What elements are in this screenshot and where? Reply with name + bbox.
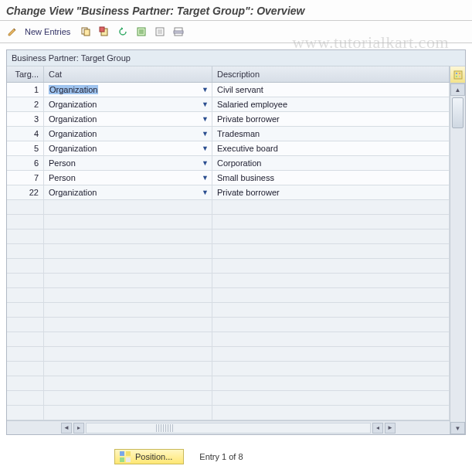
svg-rect-10 — [459, 73, 460, 74]
cell-desc[interactable]: Executive board — [212, 141, 450, 155]
hscroll-drag-handle[interactable] — [156, 424, 173, 432]
cell-targ[interactable]: 1 — [7, 83, 44, 97]
position-button[interactable]: Position... — [114, 449, 184, 464]
copy-icon[interactable] — [78, 24, 93, 39]
cell-cat[interactable]: Person▼ — [44, 156, 212, 170]
cell-desc[interactable]: Tradesman — [212, 127, 450, 141]
hscroll-left-outer-icon[interactable]: ◄ — [61, 423, 72, 434]
dropdown-icon[interactable]: ▼ — [202, 144, 209, 152]
table-row[interactable]: 22Organization▼Private borrower — [7, 185, 450, 200]
entry-counter: Entry 1 of 8 — [199, 452, 243, 461]
table-row-empty — [7, 362, 450, 376]
table-row-empty — [7, 230, 450, 244]
table-row-empty — [7, 244, 450, 259]
svg-rect-12 — [459, 76, 460, 77]
column-header-desc[interactable]: Description — [212, 66, 450, 82]
vertical-scrollbar[interactable]: ▲ ▼ — [450, 83, 465, 434]
position-button-label: Position... — [135, 452, 172, 461]
table-row-empty — [7, 406, 450, 420]
cell-cat[interactable]: Organization▼ — [44, 141, 212, 155]
delete-icon[interactable] — [97, 24, 112, 39]
table-row-empty — [7, 318, 450, 332]
svg-rect-3 — [100, 27, 104, 32]
position-icon — [120, 451, 131, 462]
table-row-empty — [7, 347, 450, 362]
deselect-all-icon[interactable] — [152, 24, 168, 39]
table-row[interactable]: 7Person▼Small business — [7, 171, 450, 185]
print-icon[interactable] — [171, 24, 186, 39]
hscroll-track[interactable] — [86, 423, 371, 434]
cell-desc[interactable]: Corporation — [212, 156, 450, 170]
table-row-empty — [7, 215, 450, 230]
svg-rect-11 — [456, 76, 457, 77]
cell-cat[interactable]: Organization▼ — [44, 112, 212, 126]
dropdown-icon[interactable]: ▼ — [202, 130, 209, 138]
undo-icon[interactable] — [115, 24, 131, 39]
table-row-empty — [7, 376, 450, 391]
hscroll-right-outer-icon[interactable]: ► — [385, 423, 396, 434]
svg-rect-7 — [174, 31, 183, 33]
column-header-targ[interactable]: Targ... — [7, 66, 44, 82]
table-row[interactable]: 6Person▼Corporation — [7, 156, 450, 171]
vscroll-down-icon[interactable]: ▼ — [450, 422, 465, 434]
svg-rect-1 — [84, 29, 90, 36]
new-entries-button[interactable]: New Entries — [25, 27, 70, 36]
cell-targ[interactable]: 2 — [7, 97, 44, 111]
dropdown-icon[interactable]: ▼ — [202, 159, 209, 167]
table-settings-icon[interactable] — [450, 66, 465, 83]
table-row-empty — [7, 288, 450, 303]
dropdown-icon[interactable]: ▼ — [202, 174, 209, 182]
cell-targ[interactable]: 5 — [7, 141, 44, 155]
cell-targ[interactable]: 22 — [7, 185, 44, 199]
dropdown-icon[interactable]: ▼ — [202, 100, 209, 108]
toolbar: New Entries — [0, 21, 472, 43]
svg-rect-8 — [454, 71, 462, 79]
table-row[interactable]: 3Organization▼Private borrower — [7, 112, 450, 127]
table-row[interactable]: 2Organization▼Salaried employee — [7, 97, 450, 112]
select-all-icon[interactable] — [134, 24, 149, 39]
table-row-empty — [7, 259, 450, 274]
cell-desc[interactable]: Civil servant — [212, 83, 450, 97]
cell-cat[interactable]: Organization▼ — [44, 83, 212, 97]
table-row[interactable]: 4Organization▼Tradesman — [7, 127, 450, 141]
column-header-cat[interactable]: Cat — [44, 66, 212, 82]
hscroll-right-icon[interactable]: ◂ — [372, 423, 383, 434]
page-title: Change View "Business Partner: Target Gr… — [0, 0, 472, 21]
table-row-empty — [7, 200, 450, 215]
hscroll-left-icon[interactable]: ▸ — [73, 423, 84, 434]
cell-targ[interactable]: 6 — [7, 156, 44, 170]
edit-icon[interactable] — [5, 24, 20, 39]
dropdown-icon[interactable]: ▼ — [202, 115, 209, 123]
cell-cat[interactable]: Organization▼ — [44, 127, 212, 141]
cell-targ[interactable]: 7 — [7, 171, 44, 185]
table-row-empty — [7, 332, 450, 347]
cell-targ[interactable]: 3 — [7, 112, 44, 126]
table-row[interactable]: 1Organization▼Civil servant — [7, 83, 450, 97]
dropdown-icon[interactable]: ▼ — [202, 189, 209, 196]
table-row-empty — [7, 391, 450, 406]
dropdown-icon[interactable]: ▼ — [202, 86, 209, 94]
vscroll-thumb[interactable] — [452, 97, 464, 128]
cell-cat[interactable]: Organization▼ — [44, 185, 212, 199]
table-row[interactable]: 5Organization▼Executive board — [7, 141, 450, 156]
table-panel: Business Partner: Target Group Targ... C… — [6, 49, 466, 435]
vscroll-up-icon[interactable]: ▲ — [450, 83, 465, 96]
cell-cat[interactable]: Organization▼ — [44, 97, 212, 111]
cell-desc[interactable]: Private borrower — [212, 112, 450, 126]
table-header: Targ... Cat Description — [7, 66, 450, 83]
svg-rect-9 — [456, 73, 457, 74]
table-row-empty — [7, 274, 450, 288]
table-row-empty — [7, 303, 450, 318]
panel-title: Business Partner: Target Group — [7, 50, 465, 66]
cell-targ[interactable]: 4 — [7, 127, 44, 141]
cell-desc[interactable]: Salaried employee — [212, 97, 450, 111]
cell-desc[interactable]: Private borrower — [212, 185, 450, 199]
cell-cat[interactable]: Person▼ — [44, 171, 212, 185]
horizontal-scrollbar[interactable]: ◄ ▸ ◂ ► — [7, 420, 450, 434]
cell-desc[interactable]: Small business — [212, 171, 450, 185]
